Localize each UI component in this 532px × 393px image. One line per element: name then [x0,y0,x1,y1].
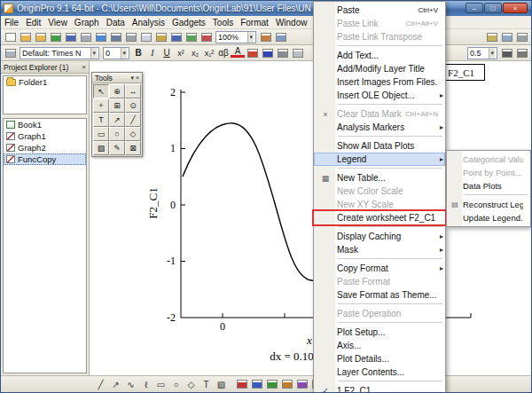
menu-item-plot-setup[interactable]: Plot Setup... [314,326,445,339]
menu-item-display-caching[interactable]: Display Caching▸ [314,230,445,243]
save-icon[interactable] [63,30,78,43]
menu-window[interactable]: Window [272,16,311,29]
zoom-combobox[interactable]: 100% ▾ [215,31,256,43]
line-style-icon[interactable] [499,46,514,59]
menu-item-mask[interactable]: Mask▸ [314,243,445,256]
menu-item-add-text[interactable]: Add Text... [314,49,445,62]
project-item-funccopy[interactable]: FuncCopy [4,153,86,165]
new-bar-chart-icon[interactable] [279,378,294,391]
polygon-tool-icon[interactable]: ◇ [184,378,199,391]
menu-item-paste-link[interactable]: Paste LinkCtrl+Alt+V [314,17,445,30]
line-tool-icon[interactable]: ╱ [93,378,108,391]
rectangle-tool-icon[interactable]: ▭ [153,378,168,391]
menu-item-add-modify-layer-title[interactable]: Add/Modify Layer Title [314,62,445,75]
project-explorer-toggle-icon[interactable] [484,30,499,43]
polygon-tool[interactable]: ◇ [125,127,141,141]
menu-item-clear-data-markers[interactable]: ×Clear Data MarkersCtrl+Alt+N [314,107,445,121]
menu-format[interactable]: Format [237,16,272,29]
fill-color-icon[interactable] [245,46,260,59]
freehand-tool-icon[interactable]: ℓ [138,378,153,391]
underline-button[interactable]: U [160,46,174,59]
tools-palette-header[interactable]: Tools ▾ × [92,73,142,83]
menu-tools[interactable]: Tools [209,16,237,29]
copy-icon[interactable] [138,30,153,43]
minimize-button[interactable]: – [466,3,483,13]
ellipse-tool-icon[interactable]: ○ [168,378,184,391]
menu-item-new-table[interactable]: ▦New Table... [314,171,445,185]
super-subscript-button[interactable]: x₁² [202,46,216,59]
project-item-graph1[interactable]: Graph1 [4,130,86,142]
layer-selector-icon[interactable] [3,46,18,59]
region-mask-tool[interactable]: ⊠ [125,141,141,155]
menu-edit[interactable]: Edit [22,16,44,29]
title-bar[interactable]: OriginPro 9.1 64-bit - C:\Users\Will\Doc… [1,1,531,16]
screen-reader-tool[interactable]: + [93,98,109,113]
chevron-down-icon[interactable]: ▾ [121,48,127,59]
close-icon[interactable]: × [82,63,86,71]
menu-item-paste-format[interactable]: Paste Format [314,275,445,288]
rectangle-tool[interactable]: ▭ [93,127,109,141]
italic-button[interactable]: I [145,46,160,59]
menu-item-create-worksheet-f2-c1[interactable]: Create worksheet F2_C1 [314,211,445,224]
print-icon[interactable] [78,30,93,43]
menu-item-save-format-as-theme[interactable]: Save Format as Theme... [314,288,445,302]
menu-file[interactable]: File [1,16,22,29]
add-layer-icon[interactable] [273,30,288,43]
menu-data[interactable]: Data [103,16,129,29]
mask-tool[interactable]: ▧ [93,141,109,155]
line-width-combobox[interactable]: 0.5 ▾ [467,47,497,59]
zoom-in-tool[interactable]: ⊕ [109,84,125,98]
curve-tool-icon[interactable]: ∿ [123,378,138,391]
maximize-button[interactable]: □ [484,3,502,13]
x-axis-title[interactable]: x [306,334,312,347]
cut-icon[interactable] [123,30,138,43]
new-pie-chart-icon[interactable] [294,378,309,391]
undo-icon[interactable] [168,30,184,43]
x-axis-annotation[interactable]: dx = 0.10 [270,350,314,363]
project-item-graph2[interactable]: Graph2 [4,142,86,153]
menu-item-new-xy-scale[interactable]: New XY Scale [314,198,445,211]
menu-graph[interactable]: Graph [71,16,103,29]
import-wizard-icon[interactable] [93,30,108,43]
pattern-tool-icon[interactable]: ▧ [214,378,229,391]
import-ascii-icon[interactable] [108,30,123,43]
menu-view[interactable]: View [44,16,71,29]
greek-button[interactable]: αβ [216,46,231,59]
menu-item-paste-link-transpose[interactable]: Paste Link Transpose [314,30,445,43]
new-graph-icon[interactable] [199,30,214,43]
project-item-book1[interactable]: Book1 [4,119,86,130]
pointer-tool[interactable]: ↖ [93,84,109,98]
new-2d-graph-icon[interactable] [234,378,249,391]
new-project-icon[interactable] [3,30,18,43]
font-color-button[interactable]: A [231,46,245,58]
menu-item-legend[interactable]: Legend▸ [314,153,445,166]
chevron-down-icon[interactable]: ▾ [90,48,97,59]
menu-item-insert-ole-object[interactable]: Insert OLE Object...▸ [314,89,445,102]
text-annotation-tool-icon[interactable]: T [199,378,214,391]
menu-item-reconstruct-legend[interactable]: ▤Reconstruct Legend [447,198,530,211]
line-color-icon[interactable] [260,46,275,59]
rescale-icon[interactable] [258,30,273,43]
menu-item-data-plots[interactable]: Data Plots [447,179,530,193]
font-combobox[interactable]: Default: Times N ▾ [20,47,99,59]
chevron-down-icon[interactable]: ▾ [489,48,495,59]
circle-tool[interactable]: ○ [109,127,125,141]
pattern-gallery-icon[interactable] [290,46,305,59]
menu-item-show-all-data-plots[interactable]: Show All Data Plots [314,139,445,153]
chevron-down-icon[interactable]: ▾ [247,32,254,43]
menu-item-insert-images-from-files[interactable]: Insert Images From Files... [314,75,445,89]
arrow-style-icon[interactable] [514,46,529,59]
menu-item-plot-details[interactable]: Plot Details... [314,352,445,365]
menu-item-paste-operation[interactable]: Paste Operation [314,307,445,320]
arrow-tool[interactable]: ↗ [109,113,125,127]
menu-item-copy-format[interactable]: Copy Format▸ [314,262,445,275]
collapse-icon[interactable]: ▾ [130,75,134,82]
bold-button[interactable]: B [131,46,145,59]
line-tool[interactable]: ╱ [125,113,141,127]
close-icon[interactable]: × [136,75,139,81]
text-tool[interactable]: T [93,113,109,127]
menu-item-analysis-markers[interactable]: Analysis Markers▸ [314,121,445,134]
close-button[interactable]: × [503,3,528,13]
paste-icon[interactable] [153,30,168,43]
script-window-icon[interactable] [514,30,529,43]
